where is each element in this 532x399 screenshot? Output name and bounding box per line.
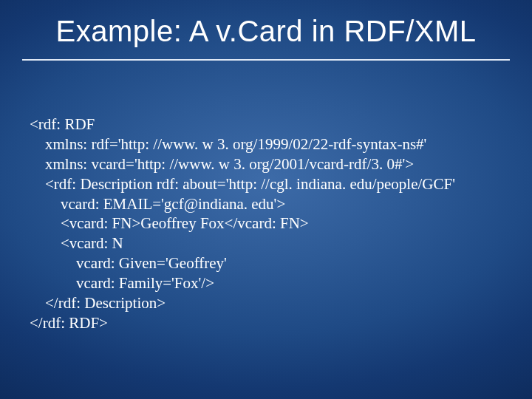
code-line: vcard: Family='Fox'/> bbox=[30, 274, 214, 292]
slide: Example: A v.Card in RDF/XML <rdf: RDF x… bbox=[0, 0, 532, 399]
code-line: </rdf: RDF> bbox=[30, 314, 108, 332]
code-line: xmlns: vcard='http: //www. w 3. org/2001… bbox=[30, 155, 414, 173]
code-line: vcard: EMAIL='gcf@indiana. edu'> bbox=[30, 195, 285, 213]
code-line: <rdf: RDF bbox=[30, 115, 95, 133]
code-line: <vcard: N bbox=[30, 234, 123, 252]
code-line: </rdf: Description> bbox=[30, 294, 166, 312]
title-underline bbox=[22, 59, 510, 61]
code-line: xmlns: rdf='http: //www. w 3. org/1999/0… bbox=[30, 135, 426, 153]
code-line: <rdf: Description rdf: about='http: //cg… bbox=[30, 175, 455, 193]
code-line: vcard: Given='Geoffrey' bbox=[30, 254, 227, 272]
code-block: <rdf: RDF xmlns: rdf='http: //www. w 3. … bbox=[30, 115, 502, 333]
code-line: <vcard: FN>Geoffrey Fox</vcard: FN> bbox=[30, 214, 309, 232]
slide-title: Example: A v.Card in RDF/XML bbox=[0, 15, 532, 48]
